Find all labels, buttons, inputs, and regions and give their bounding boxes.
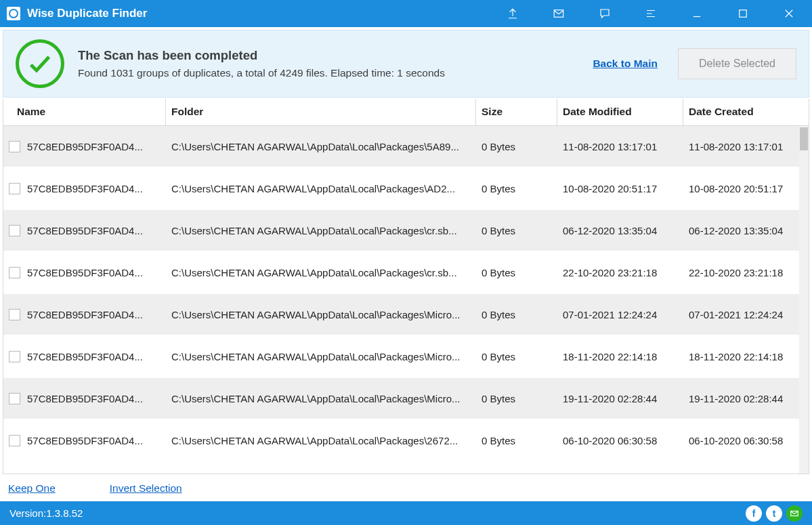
header-modified[interactable]: Date Modified	[557, 99, 683, 125]
cell-modified: 07-01-2021 12:24:24	[557, 309, 683, 320]
cell-size: 0 Bytes	[476, 435, 557, 446]
file-name: 57C8EDB95DF3F0AD4...	[27, 309, 143, 320]
cell-size: 0 Bytes	[476, 393, 557, 404]
row-checkbox[interactable]	[9, 225, 20, 236]
feedback-icon[interactable]	[582, 0, 628, 27]
titlebar: Wise Duplicate Finder	[0, 0, 812, 27]
cell-folder: C:\Users\CHETAN AGARWAL\AppData\Local\Pa…	[166, 183, 476, 194]
cell-folder: C:\Users\CHETAN AGARWAL\AppData\Local\Pa…	[166, 141, 476, 152]
table-row[interactable]: 57C8EDB95DF3F0AD4...C:\Users\CHETAN AGAR…	[3, 336, 799, 378]
row-checkbox[interactable]	[9, 351, 20, 362]
cell-modified: 18-11-2020 22:14:18	[557, 351, 683, 362]
row-checkbox[interactable]	[9, 141, 20, 152]
header-name[interactable]: Name	[3, 99, 166, 125]
banner-subtitle: Found 1031 groups of duplicates, a total…	[78, 67, 593, 79]
file-name: 57C8EDB95DF3F0AD4...	[27, 141, 143, 152]
cell-size: 0 Bytes	[476, 309, 557, 320]
cell-modified: 06-12-2020 13:35:04	[557, 225, 683, 236]
table-row[interactable]: 57C8EDB95DF3F0AD4...C:\Users\CHETAN AGAR…	[3, 126, 799, 168]
delete-selected-button[interactable]: Delete Selected	[678, 48, 796, 79]
cell-created: 06-10-2020 06:30:58	[683, 435, 799, 446]
table-row[interactable]: 57C8EDB95DF3F0AD4...C:\Users\CHETAN AGAR…	[3, 168, 799, 210]
cell-size: 0 Bytes	[476, 267, 557, 278]
email-icon[interactable]	[786, 505, 803, 522]
cell-name: 57C8EDB95DF3F0AD4...	[3, 351, 166, 362]
file-name: 57C8EDB95DF3F0AD4...	[27, 267, 143, 278]
cell-created: 22-10-2020 23:21:18	[683, 267, 799, 278]
row-checkbox[interactable]	[9, 393, 20, 404]
cell-folder: C:\Users\CHETAN AGARWAL\AppData\Local\Pa…	[166, 309, 476, 320]
checkmark-icon	[16, 39, 64, 88]
cell-name: 57C8EDB95DF3F0AD4...	[3, 141, 166, 152]
cell-name: 57C8EDB95DF3F0AD4...	[3, 225, 166, 236]
cell-size: 0 Bytes	[476, 351, 557, 362]
cell-folder: C:\Users\CHETAN AGARWAL\AppData\Local\Pa…	[166, 225, 476, 236]
facebook-icon[interactable]: f	[746, 505, 762, 522]
table-row[interactable]: 57C8EDB95DF3F0AD4...C:\Users\CHETAN AGAR…	[3, 378, 799, 420]
cell-modified: 06-10-2020 06:30:58	[557, 435, 683, 446]
cell-modified: 22-10-2020 23:21:18	[557, 267, 683, 278]
cell-name: 57C8EDB95DF3F0AD4...	[3, 309, 166, 320]
scroll-thumb[interactable]	[800, 127, 808, 150]
column-headers: Name Folder Size Date Modified Date Crea…	[3, 99, 809, 126]
cell-name: 57C8EDB95DF3F0AD4...	[3, 183, 166, 194]
statusbar: Version:1.3.8.52 f t	[0, 501, 812, 525]
menu-icon[interactable]	[628, 0, 674, 27]
cell-size: 0 Bytes	[476, 141, 557, 152]
results-grid: Name Folder Size Date Modified Date Crea…	[3, 99, 809, 474]
table-row[interactable]: 57C8EDB95DF3F0AD4...C:\Users\CHETAN AGAR…	[3, 294, 799, 336]
cell-size: 0 Bytes	[476, 225, 557, 236]
row-checkbox[interactable]	[9, 183, 20, 194]
header-size[interactable]: Size	[476, 99, 557, 125]
cell-modified: 19-11-2020 02:28:44	[557, 393, 683, 404]
maximize-button[interactable]	[720, 0, 766, 27]
row-checkbox[interactable]	[9, 267, 20, 278]
file-name: 57C8EDB95DF3F0AD4...	[27, 183, 143, 194]
cell-created: 18-11-2020 22:14:18	[683, 351, 799, 362]
cell-created: 10-08-2020 20:51:17	[683, 183, 799, 194]
upgrade-icon[interactable]	[490, 0, 536, 27]
cell-created: 11-08-2020 13:17:01	[683, 141, 799, 152]
app-icon	[7, 7, 20, 20]
cell-modified: 11-08-2020 13:17:01	[557, 141, 683, 152]
svg-rect-1	[740, 10, 747, 18]
cell-created: 06-12-2020 13:35:04	[683, 225, 799, 236]
row-checkbox[interactable]	[9, 435, 20, 446]
table-row[interactable]: 57C8EDB95DF3F0AD4...C:\Users\CHETAN AGAR…	[3, 210, 799, 252]
minimize-button[interactable]	[674, 0, 720, 27]
cell-created: 19-11-2020 02:28:44	[683, 393, 799, 404]
vertical-scrollbar[interactable]	[799, 126, 809, 474]
file-name: 57C8EDB95DF3F0AD4...	[27, 435, 143, 446]
keep-one-link[interactable]: Keep One	[8, 482, 56, 495]
cell-folder: C:\Users\CHETAN AGARWAL\AppData\Local\Pa…	[166, 267, 476, 278]
back-to-main-link[interactable]: Back to Main	[593, 58, 658, 70]
scan-complete-banner: The Scan has been completed Found 1031 g…	[3, 30, 809, 98]
table-row[interactable]: 57C8EDB95DF3F0AD4...C:\Users\CHETAN AGAR…	[3, 252, 799, 294]
header-folder[interactable]: Folder	[166, 99, 476, 125]
file-name: 57C8EDB95DF3F0AD4...	[27, 351, 143, 362]
rows-viewport: 57C8EDB95DF3F0AD4...C:\Users\CHETAN AGAR…	[3, 126, 809, 474]
cell-created: 07-01-2021 12:24:24	[683, 309, 799, 320]
cell-folder: C:\Users\CHETAN AGARWAL\AppData\Local\Pa…	[166, 435, 476, 446]
cell-size: 0 Bytes	[476, 183, 557, 194]
file-name: 57C8EDB95DF3F0AD4...	[27, 393, 143, 404]
window-title: Wise Duplicate Finder	[27, 7, 147, 20]
cell-name: 57C8EDB95DF3F0AD4...	[3, 267, 166, 278]
file-name: 57C8EDB95DF3F0AD4...	[27, 225, 143, 236]
cell-folder: C:\Users\CHETAN AGARWAL\AppData\Local\Pa…	[166, 393, 476, 404]
mail-icon[interactable]	[536, 0, 582, 27]
cell-name: 57C8EDB95DF3F0AD4...	[3, 435, 166, 446]
twitter-icon[interactable]: t	[766, 505, 782, 522]
header-created[interactable]: Date Created	[683, 99, 809, 125]
cell-folder: C:\Users\CHETAN AGARWAL\AppData\Local\Pa…	[166, 351, 476, 362]
footer-links: Keep One Invert Selection	[3, 476, 809, 501]
invert-selection-link[interactable]: Invert Selection	[110, 482, 182, 495]
cell-name: 57C8EDB95DF3F0AD4...	[3, 393, 166, 404]
version-label: Version:1.3.8.52	[9, 507, 83, 519]
close-button[interactable]	[766, 0, 812, 27]
table-row[interactable]: 57C8EDB95DF3F0AD4...C:\Users\CHETAN AGAR…	[3, 420, 799, 462]
row-checkbox[interactable]	[9, 309, 20, 320]
banner-title: The Scan has been completed	[78, 48, 593, 63]
cell-modified: 10-08-2020 20:51:17	[557, 183, 683, 194]
